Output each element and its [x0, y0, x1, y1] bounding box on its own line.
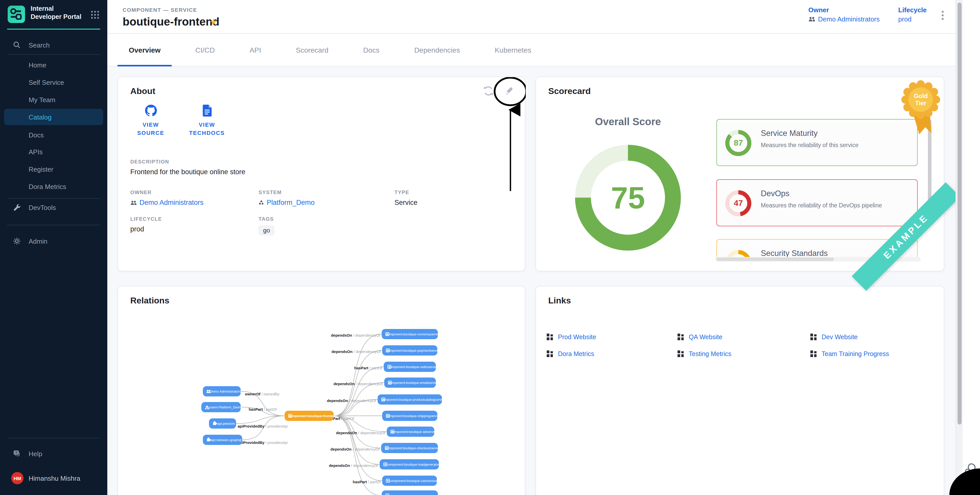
sidebar-item-catalog[interactable]: Catalog: [4, 109, 103, 125]
header-lifecycle: Lifecycle prod: [898, 6, 927, 23]
gear-icon: [12, 237, 21, 246]
view-source-button[interactable]: VIEW SOURCE: [130, 104, 171, 137]
svg-text:dependsOn / dependencyOf: dependsOn / dependencyOf: [329, 463, 378, 468]
sidebar-item-home[interactable]: Home: [0, 59, 107, 71]
link-qa-website[interactable]: QA Website: [678, 333, 810, 341]
tags-field: TAGS go: [259, 216, 275, 236]
link-dev-website[interactable]: Dev Website: [810, 333, 858, 341]
about-owner-link[interactable]: Demo Administrators: [130, 199, 204, 206]
sidebar-item-help[interactable]: ? Help: [0, 447, 107, 460]
metric-card-service-maturity[interactable]: 87 Service Maturity Measures the reliabi…: [716, 119, 918, 166]
type-field: TYPE Service: [395, 189, 417, 206]
svg-text:component:boutique-frontend: component:boutique-frontend: [289, 414, 337, 418]
svg-text:ownerOf / ownedBy: ownerOf / ownedBy: [245, 392, 280, 396]
tab-api[interactable]: API: [239, 34, 272, 67]
about-card: About VIEW SOURCE: [118, 76, 525, 271]
lifecycle-value: prod: [130, 225, 162, 233]
apps-grid-icon[interactable]: [91, 10, 100, 19]
links-grid: Prod Website QA Website Dev Website Dora…: [547, 331, 930, 360]
github-icon: [144, 104, 158, 118]
system-field: SYSTEM Platform_Demo: [259, 189, 315, 206]
sidebar-item-self-service[interactable]: Self Service: [0, 76, 107, 88]
refresh-icon[interactable]: [483, 85, 495, 97]
sidebar-item-register[interactable]: Register: [0, 163, 107, 175]
graph-node-productcatalogservice: component:boutique-productcatalogservice: [378, 395, 445, 404]
sidebar-divider: [7, 198, 100, 199]
link-dora-metrics[interactable]: Dora Metrics: [547, 350, 678, 357]
right-gutter: [963, 0, 980, 495]
overall-score-value: 75: [575, 145, 681, 251]
svg-text:dependsOn / dependencyOf: dependsOn / dependencyOf: [331, 349, 381, 354]
graph-node-cutnode: [382, 490, 438, 495]
sidebar: Internal Developer Portal Search Home Se…: [0, 0, 107, 495]
graph-node-demo-admins: Demo Administrators: [203, 386, 241, 396]
sidebar-item-search[interactable]: Search: [0, 39, 107, 51]
tab-docs[interactable]: Docs: [352, 34, 391, 67]
svg-text:dependsOn / dependencyOf: dependsOn / dependencyOf: [327, 398, 376, 403]
brand: Internal Developer Portal: [0, 0, 107, 29]
about-heading: About: [130, 86, 155, 97]
svg-text:component:boutique-redisservic: component:boutique-redisservice: [388, 365, 438, 369]
description-field: DESCRIPTION Frontend for the boutique on…: [130, 159, 245, 176]
edit-pencil-icon[interactable]: [504, 85, 517, 97]
graph-node-system-platform: system:Platform_Demo: [201, 402, 242, 412]
graph-node-shippingservice: component:boutique-shippingservice: [382, 411, 441, 421]
link-blocks-icon: [810, 334, 817, 340]
type-value: Service: [395, 199, 417, 206]
owner-link[interactable]: Demo Administrators: [808, 15, 880, 23]
link-prod-website[interactable]: Prod Website: [547, 333, 678, 341]
header-owner: Owner Demo Administrators: [808, 6, 880, 23]
tab-dependencies[interactable]: Dependencies: [403, 34, 471, 67]
page-vertical-scrollbar[interactable]: [956, 0, 963, 495]
svg-text:component:boutique-adservice: component:boutique-adservice: [391, 430, 437, 434]
favorite-star-icon[interactable]: ★: [210, 16, 218, 28]
svg-text:dependsOn / dependencyOf: dependsOn / dependencyOf: [330, 447, 380, 451]
tab-scorecard[interactable]: Scorecard: [285, 34, 340, 67]
tag-chip[interactable]: go: [259, 225, 275, 236]
svg-text:component:boutique-checkoutser: component:boutique-checkoutservice: [385, 446, 441, 450]
links-heading: Links: [548, 296, 571, 306]
link-testing-metrics[interactable]: Testing Metrics: [678, 350, 810, 357]
view-source-label: VIEW SOURCE: [130, 121, 171, 137]
view-techdocs-label: VIEW TECHDOCS: [186, 121, 228, 137]
brand-underline: [7, 29, 100, 30]
sidebar-item-docs[interactable]: Docs: [0, 129, 107, 141]
gold-tier-badge: Gold Tier: [900, 79, 942, 134]
sidebar-item-devtools[interactable]: DevTools: [0, 201, 107, 213]
svg-text:dependsOn / dependencyOf: dependsOn / dependencyOf: [333, 382, 383, 386]
sidebar-item-dora-metrics[interactable]: Dora Metrics: [0, 180, 107, 193]
tab-overview[interactable]: Overview: [118, 34, 172, 67]
more-options-kebab-icon[interactable]: [938, 9, 947, 22]
metric-card-devops[interactable]: 47 DevOps Measures the reliability of th…: [716, 179, 918, 226]
view-techdocs-button[interactable]: VIEW TECHDOCS: [186, 104, 228, 137]
link-team-training-progress[interactable]: Team Training Progress: [810, 350, 889, 357]
links-card: Links Prod Website QA Website Dev Websit…: [536, 286, 944, 495]
scorecard-heading: Scorecard: [548, 86, 591, 97]
graph-node-adservice: component:boutique-adservice: [387, 427, 437, 437]
svg-text:api:starwars-graphql: api:starwars-graphql: [211, 438, 242, 442]
sidebar-item-admin[interactable]: Admin: [0, 235, 107, 247]
svg-text:component:boutique-shippingser: component:boutique-shippingservice: [386, 414, 441, 418]
description-value: Frontend for the boutique online store: [130, 168, 245, 176]
about-system-link[interactable]: Platform_Demo: [259, 199, 315, 206]
sidebar-divider: [7, 438, 100, 438]
sidebar-divider: [7, 54, 100, 55]
relations-graph[interactable]: ownerOf / ownedByhasPart / partOfapiProv…: [118, 286, 526, 495]
page-header: COMPONENT — SERVICE boutique-frontend ★ …: [107, 0, 956, 34]
svg-text:system:Platform_Demo: system:Platform_Demo: [207, 405, 242, 409]
tab-kubernetes[interactable]: Kubernetes: [484, 34, 542, 67]
sidebar-item-apis[interactable]: APIs: [0, 146, 107, 158]
svg-text:hasPart / partOf: hasPart / partOf: [353, 480, 381, 484]
page-title: boutique-frontend: [123, 15, 220, 29]
relations-card: Relations ownerOf / ownedByhasPart / par…: [118, 286, 525, 495]
svg-text:Demo Administrators: Demo Administrators: [210, 390, 241, 393]
tab-cicd[interactable]: CI/CD: [184, 34, 226, 67]
sidebar-user[interactable]: HM Himanshu Mishra: [0, 471, 107, 485]
svg-text:component:boutique-currencyser: component:boutique-currencyservice: [386, 332, 441, 336]
scorecard-card: Scorecard Gold Tier Overall Score 75: [536, 76, 944, 271]
sidebar-item-my-team[interactable]: My Team: [0, 94, 107, 106]
graph-node-checkoutservice: component:boutique-checkoutservice: [381, 443, 441, 453]
svg-text:component:boutique-productcata: component:boutique-productcatalogservice: [381, 398, 445, 401]
breadcrumb: COMPONENT — SERVICE: [123, 6, 197, 13]
graph-node-redisservice: component:boutique-redisservice: [384, 362, 438, 372]
